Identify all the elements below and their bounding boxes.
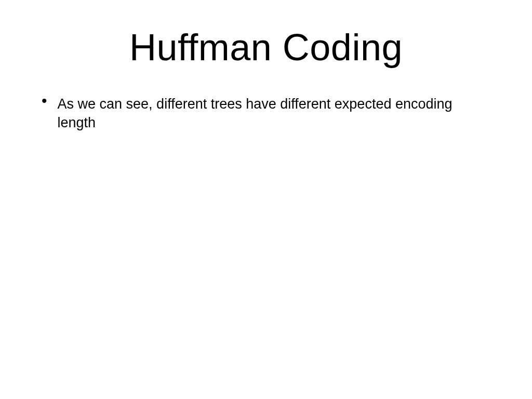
bullet-marker-icon: • bbox=[42, 96, 47, 106]
slide-content: • As we can see, different trees have di… bbox=[31, 95, 501, 132]
bullet-text: As we can see, different trees have diff… bbox=[58, 95, 484, 132]
slide-container: Huffman Coding • As we can see, differen… bbox=[0, 0, 532, 399]
bullet-item: • As we can see, different trees have di… bbox=[42, 95, 501, 132]
slide-title: Huffman Coding bbox=[31, 26, 501, 69]
